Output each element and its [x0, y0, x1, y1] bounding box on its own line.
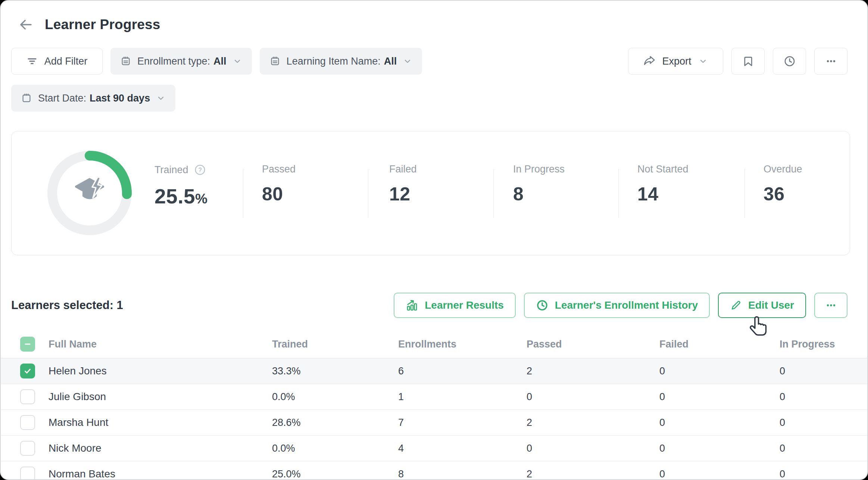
edit-user-label: Edit User — [748, 299, 794, 311]
cell-failed: 0 — [659, 391, 780, 403]
filter-icon — [26, 56, 38, 67]
cell-passed: 0 — [527, 391, 659, 403]
page-title: Learner Progress — [45, 17, 160, 32]
enrollment-history-label: Learner's Enrollment History — [555, 299, 698, 311]
cell-in-progress: 0 — [780, 365, 867, 377]
chevron-down-icon — [156, 93, 166, 103]
stat-overdue: Overdue 36 — [745, 131, 802, 255]
stat-trained: Trained ? 25.5% — [154, 131, 243, 255]
column-header-in-progress[interactable]: In Progress — [780, 339, 867, 350]
filter-chip-learning-item-name[interactable]: Learning Item Name: All — [260, 48, 422, 75]
cell-in-progress: 0 — [780, 468, 867, 480]
cell-failed: 0 — [659, 443, 780, 454]
cell-enrollments: 4 — [398, 443, 527, 454]
clock-icon — [536, 299, 549, 312]
help-icon[interactable]: ? — [194, 163, 206, 176]
cell-passed: 0 — [527, 443, 659, 454]
table-row[interactable]: Marsha Hunt 28.6% 7 2 0 0 — [1, 410, 867, 436]
table-header-row: Full Name Trained Enrollments Passed Fai… — [1, 330, 867, 358]
column-header-failed[interactable]: Failed — [659, 339, 780, 350]
row-checkbox[interactable] — [20, 389, 35, 404]
svg-text:?: ? — [198, 167, 202, 173]
filter-value: All — [213, 56, 227, 67]
more-actions-button[interactable] — [814, 293, 847, 318]
cell-passed: 2 — [527, 468, 659, 480]
bar-chart-arrow-icon — [406, 299, 418, 312]
cell-full-name: Julie Gibson — [49, 391, 272, 403]
chevron-down-icon — [232, 56, 242, 66]
export-button[interactable]: Export — [628, 48, 723, 75]
cell-trained: 0.0% — [272, 391, 398, 403]
row-checkbox[interactable] — [20, 467, 35, 480]
column-header-trained[interactable]: Trained — [272, 339, 398, 350]
cell-trained: 0.0% — [272, 443, 398, 454]
row-checkbox[interactable] — [20, 364, 35, 378]
clock-icon — [783, 55, 796, 68]
table-row[interactable]: Julie Gibson 0.0% 1 0 0 0 — [1, 384, 867, 410]
cell-full-name: Helen Jones — [49, 365, 272, 377]
summary-card: Trained ? 25.5% Passed 80 Failed 12 In P… — [11, 131, 850, 255]
select-all-checkbox[interactable] — [20, 337, 35, 352]
selection-count: 1 — [117, 299, 123, 312]
selection-bar: Learners selected: 1 Learner Results Lea… — [11, 293, 847, 318]
history-button[interactable] — [773, 48, 806, 75]
table-row[interactable]: Nick Moore 0.0% 4 0 0 0 — [1, 436, 867, 461]
stat-in-progress: In Progress 8 — [494, 131, 618, 255]
cell-trained: 33.3% — [272, 365, 398, 377]
more-options-button[interactable] — [814, 48, 847, 75]
learner-results-button[interactable]: Learner Results — [394, 293, 516, 318]
stat-value: 25.5 — [154, 185, 195, 208]
cell-passed: 2 — [527, 417, 659, 428]
table-row[interactable]: Norman Bates 25.0% 8 2 0 0 — [1, 461, 867, 480]
cell-trained: 25.0% — [272, 468, 398, 480]
bookmark-icon — [742, 55, 755, 68]
table-row[interactable]: Helen Jones 33.3% 6 2 0 0 — [1, 358, 867, 384]
ellipsis-icon — [825, 299, 837, 312]
cell-in-progress: 0 — [780, 417, 867, 428]
column-header-enrollments[interactable]: Enrollments — [398, 339, 527, 350]
stat-label: Trained — [154, 164, 188, 176]
filter-label: Learning Item Name: — [287, 56, 381, 67]
learners-selected-label: Learners selected: 1 — [11, 299, 123, 312]
pencil-icon — [730, 299, 742, 311]
cell-trained: 28.6% — [272, 417, 398, 428]
cell-failed: 0 — [659, 417, 780, 428]
enrollment-history-button[interactable]: Learner's Enrollment History — [524, 293, 710, 318]
edit-user-button[interactable]: Edit User — [718, 293, 806, 318]
learner-results-label: Learner Results — [425, 299, 504, 311]
add-filter-button[interactable]: Add Filter — [11, 48, 103, 75]
cell-enrollments: 8 — [398, 468, 527, 480]
back-arrow-icon — [18, 17, 34, 32]
stat-value: 8 — [513, 183, 618, 205]
calendar-icon — [269, 56, 281, 67]
page-header: Learner Progress — [1, 1, 867, 34]
stat-label: Failed — [389, 163, 417, 175]
stat-label: In Progress — [513, 163, 565, 175]
selection-label-text: Learners selected: — [11, 299, 113, 312]
toolbar-right-group: Export — [628, 48, 847, 75]
column-header-full-name[interactable]: Full Name — [49, 339, 272, 350]
cell-passed: 2 — [527, 365, 659, 377]
bookmark-button[interactable] — [731, 48, 765, 75]
minus-icon — [24, 340, 32, 348]
filter-value: All — [384, 56, 397, 67]
cell-full-name: Marsha Hunt — [49, 417, 272, 428]
back-button[interactable] — [17, 16, 34, 33]
stat-value-suffix: % — [195, 191, 207, 206]
share-icon — [643, 55, 655, 67]
filter-chip-enrollment-type[interactable]: Enrollment type: All — [110, 48, 252, 75]
add-filter-label: Add Filter — [44, 56, 88, 67]
filter-label: Enrollment type: — [137, 56, 210, 67]
chevron-down-icon — [698, 56, 708, 66]
cell-enrollments: 1 — [398, 391, 527, 403]
stat-label: Passed — [262, 163, 296, 175]
row-checkbox[interactable] — [20, 441, 35, 456]
stat-not-started: Not Started 14 — [619, 131, 744, 255]
filter-chip-start-date[interactable]: Start Date: Last 90 days — [11, 85, 175, 112]
column-header-passed[interactable]: Passed — [527, 339, 659, 350]
row-checkbox[interactable] — [20, 415, 35, 430]
export-label: Export — [662, 56, 691, 67]
chevron-down-icon — [403, 56, 412, 66]
ellipsis-icon — [825, 55, 837, 68]
trained-donut-chart — [12, 131, 154, 255]
